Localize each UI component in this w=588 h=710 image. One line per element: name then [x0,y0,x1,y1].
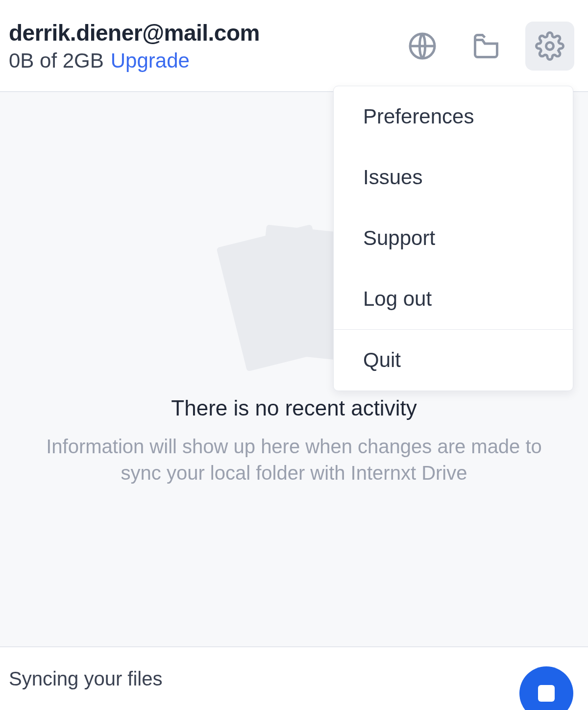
settings-dropdown: Preferences Issues Support Log out Quit [333,86,573,391]
menu-item-issues[interactable]: Issues [334,147,573,208]
stop-icon [538,685,555,702]
menu-item-preferences[interactable]: Preferences [334,86,573,147]
header-icons [398,22,574,71]
account-block: derrik.diener@mail.com 0B of 2GB Upgrade [9,20,260,73]
gear-icon [535,31,564,61]
storage-line: 0B of 2GB Upgrade [9,49,260,73]
svg-point-1 [546,43,554,50]
account-email: derrik.diener@mail.com [9,20,260,46]
sync-status-text: Syncing your files [9,668,162,690]
header-bar: derrik.diener@mail.com 0B of 2GB Upgrade [0,0,588,92]
globe-button[interactable] [398,22,447,71]
globe-icon [408,31,437,61]
footer-bar: Syncing your files [0,646,588,710]
stop-sync-button[interactable] [519,666,573,710]
menu-item-quit[interactable]: Quit [334,330,573,391]
empty-state-title: There is no recent activity [171,396,416,420]
folder-icon [471,31,501,61]
storage-usage: 0B of 2GB [9,49,104,73]
menu-item-support[interactable]: Support [334,208,573,269]
empty-state-subtitle: Information will show up here when chang… [29,433,559,486]
settings-button[interactable] [525,22,574,71]
folder-button[interactable] [462,22,511,71]
menu-item-logout[interactable]: Log out [334,269,573,329]
upgrade-link[interactable]: Upgrade [111,49,190,73]
